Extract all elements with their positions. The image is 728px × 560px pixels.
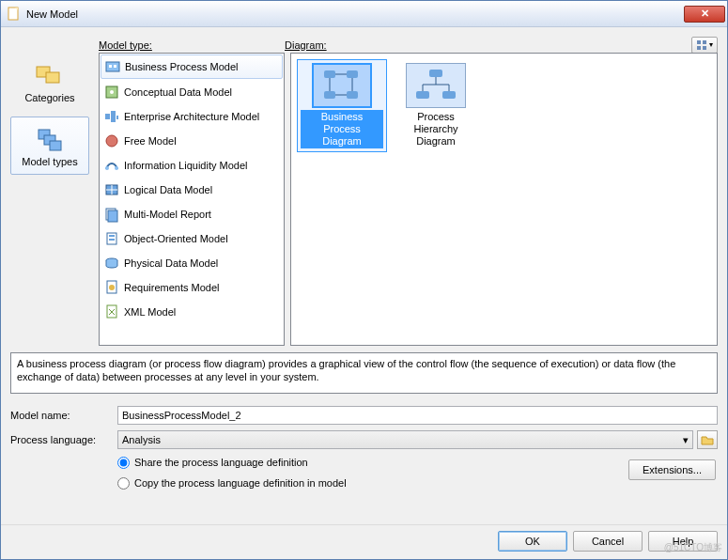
process-language-label: Process language:: [10, 434, 114, 445]
sidebar-label: Model types: [22, 156, 77, 167]
ok-button[interactable]: OK: [498, 531, 567, 552]
browse-folder-button[interactable]: [697, 430, 718, 449]
svg-rect-2: [46, 72, 59, 83]
chevron-down-icon: ▾: [709, 40, 713, 49]
svg-point-31: [109, 285, 115, 290]
model-type-item[interactable]: Object-Oriented Model: [100, 226, 284, 251]
view-mode-button[interactable]: ▾: [691, 37, 718, 54]
model-type-item[interactable]: Logical Data Model: [100, 178, 284, 202]
chevron-down-icon: ▾: [683, 434, 689, 446]
model-name-input[interactable]: [117, 406, 718, 425]
model-type-item[interactable]: Multi-Model Report: [100, 202, 284, 226]
window-title: New Model: [26, 8, 684, 20]
diagram-item[interactable]: Process Hierarchy Diagram: [391, 59, 481, 152]
dialog-button-bar: OK Cancel Help: [1, 524, 727, 559]
svg-rect-9: [703, 46, 706, 50]
svg-point-18: [106, 135, 117, 147]
svg-rect-12: [114, 65, 116, 68]
model-type-item[interactable]: Requirements Model: [100, 275, 284, 300]
model-type-item[interactable]: Conceptual Data Model: [100, 80, 284, 104]
category-sidebar: Categories Model types: [10, 37, 95, 347]
model-type-item[interactable]: Free Model: [100, 129, 284, 153]
svg-rect-36: [347, 91, 358, 99]
svg-point-20: [115, 166, 118, 170]
diagram-caption: Business Process Diagram: [301, 110, 383, 148]
svg-rect-27: [109, 235, 115, 237]
sidebar-label: Categories: [24, 92, 74, 103]
svg-rect-0: [8, 8, 18, 20]
description-box: A business process diagram (or process f…: [10, 352, 718, 394]
model-type-item[interactable]: Information Liquidity Model: [100, 153, 284, 178]
help-button[interactable]: Help: [648, 531, 718, 552]
extensions-button[interactable]: Extensions...: [628, 459, 716, 480]
diagram-item[interactable]: Business Process Diagram: [297, 59, 387, 152]
svg-rect-11: [109, 65, 112, 68]
diagram-header: Diagram:: [285, 39, 327, 51]
svg-rect-38: [416, 91, 429, 99]
model-type-item[interactable]: XML Model: [100, 300, 284, 324]
svg-rect-17: [116, 116, 118, 119]
svg-rect-5: [50, 141, 61, 150]
svg-rect-34: [347, 70, 358, 78]
svg-rect-15: [105, 114, 110, 119]
model-name-label: Model name:: [10, 410, 114, 421]
model-type-item[interactable]: Physical Data Model: [100, 251, 284, 275]
model-type-header: Model type:: [99, 39, 152, 51]
sidebar-item-model-types[interactable]: Model types: [10, 117, 89, 175]
svg-rect-10: [106, 62, 119, 71]
svg-point-19: [105, 166, 109, 170]
sidebar-item-categories[interactable]: Categories: [10, 53, 89, 111]
process-language-select[interactable]: Analysis ▾: [117, 430, 693, 449]
svg-rect-7: [703, 40, 706, 44]
cancel-button[interactable]: Cancel: [573, 531, 643, 552]
svg-rect-6: [697, 40, 701, 44]
model-type-item[interactable]: Enterprise Architecture Model: [100, 104, 284, 129]
svg-point-14: [110, 90, 114, 94]
diagram-thumb: [312, 63, 372, 108]
diagram-list[interactable]: Business Process Diagram Process Hierarc…: [290, 53, 718, 346]
app-icon: [7, 7, 22, 22]
svg-rect-35: [324, 91, 335, 99]
svg-rect-8: [697, 46, 701, 50]
svg-rect-28: [109, 239, 115, 241]
model-type-item[interactable]: Business Process Model: [101, 54, 283, 79]
svg-rect-37: [429, 70, 442, 77]
column-headers: Model type: Diagram: ▾: [99, 37, 718, 53]
svg-rect-16: [111, 111, 116, 122]
diagram-caption: Process Hierarchy Diagram: [395, 110, 477, 148]
model-type-list[interactable]: Business Process Model Conceptual Data M…: [99, 53, 285, 346]
svg-rect-33: [324, 70, 335, 78]
svg-rect-39: [442, 91, 456, 99]
title-bar: New Model ✕: [1, 1, 727, 27]
close-button[interactable]: ✕: [684, 6, 725, 23]
diagram-thumb: [406, 63, 466, 108]
svg-rect-25: [108, 210, 117, 222]
